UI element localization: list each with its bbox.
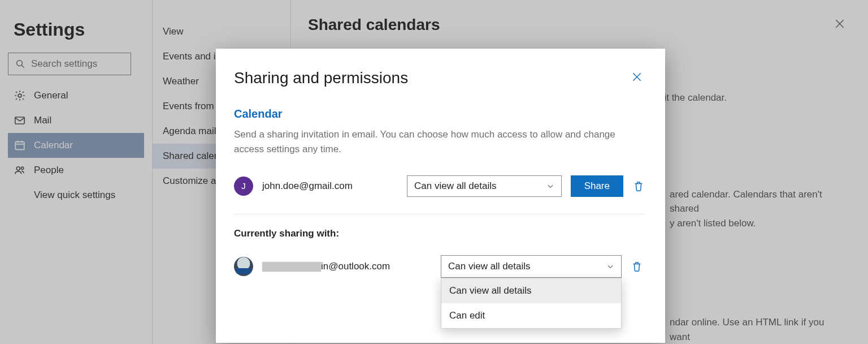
dialog-description: Send a sharing invitation in email. You … [234, 127, 641, 157]
option-can-edit[interactable]: Can edit [441, 303, 621, 328]
sharee-avatar [234, 257, 253, 276]
obscured-text: ▇▇▇▇▇▇▇▇ [262, 261, 321, 272]
nav-people-label: People [34, 165, 64, 176]
sharee-row: ▇▇▇▇▇▇▇▇in@outlook.com Can view all deta… [234, 255, 645, 278]
sharing-permissions-dialog: Sharing and permissions Calendar Send a … [216, 49, 665, 343]
sharee-permission-wrapper: Can view all details Can view all detail… [441, 255, 622, 278]
trash-icon [632, 180, 645, 192]
option-can-view-all-details[interactable]: Can view all details [441, 278, 621, 303]
invitee-avatar: J [234, 177, 253, 196]
sharee-permission-value: Can view all details [448, 261, 531, 272]
svg-point-9 [21, 167, 23, 169]
chevron-down-icon [546, 182, 554, 190]
settings-heading: Settings [14, 19, 138, 40]
close-dialog-button[interactable] [629, 69, 645, 87]
nav-mail[interactable]: Mail [8, 108, 144, 133]
nav-general[interactable]: General [8, 83, 144, 108]
invitee-permission-select[interactable]: Can view all details [407, 175, 562, 197]
permission-dropdown: Can view all details Can edit [441, 278, 622, 329]
dialog-title: Sharing and permissions [234, 69, 408, 87]
sharee-email: ▇▇▇▇▇▇▇▇in@outlook.com [262, 260, 432, 272]
search-settings-input[interactable]: Search settings [8, 53, 131, 75]
divider [234, 214, 645, 214]
invite-row: J john.doe@gmail.com Can view all detail… [234, 175, 645, 197]
nav-general-label: General [34, 90, 68, 101]
svg-line-1 [21, 65, 24, 68]
calendar-link[interactable]: Calendar [234, 108, 645, 121]
nav-view-quick-settings[interactable]: View quick settings [8, 183, 144, 208]
share-button[interactable]: Share [571, 175, 623, 197]
invitee-email: john.doe@gmail.com [262, 180, 398, 192]
nav-quick-label: View quick settings [34, 190, 115, 201]
search-icon [15, 59, 25, 69]
remove-invitee-button[interactable] [632, 180, 645, 192]
close-icon [631, 71, 643, 83]
submenu-view[interactable]: View [153, 19, 290, 44]
svg-point-8 [16, 167, 20, 170]
settings-sidebar: Settings Search settings General Mail Ca… [0, 0, 153, 344]
sharee-permission-select[interactable]: Can view all details [441, 255, 622, 278]
people-icon [14, 164, 26, 177]
nav-calendar[interactable]: Calendar [8, 133, 144, 158]
currently-sharing-label: Currently sharing with: [234, 228, 645, 239]
svg-rect-4 [15, 142, 24, 150]
svg-point-2 [18, 94, 21, 97]
mail-icon [14, 114, 26, 127]
search-placeholder: Search settings [31, 58, 97, 70]
chevron-down-icon [606, 263, 614, 270]
close-icon [834, 18, 845, 29]
gear-icon [14, 89, 26, 102]
close-settings-button[interactable] [834, 18, 845, 32]
calendar-icon [14, 139, 26, 152]
remove-sharee-button[interactable] [631, 260, 643, 273]
nav-calendar-label: Calendar [34, 140, 73, 151]
invitee-permission-value: Can view all details [414, 180, 497, 192]
svg-point-0 [17, 61, 23, 66]
trash-icon [631, 260, 643, 273]
page-title: Shared calendars [308, 16, 440, 34]
nav-people[interactable]: People [8, 158, 144, 183]
nav-mail-label: Mail [34, 115, 51, 126]
